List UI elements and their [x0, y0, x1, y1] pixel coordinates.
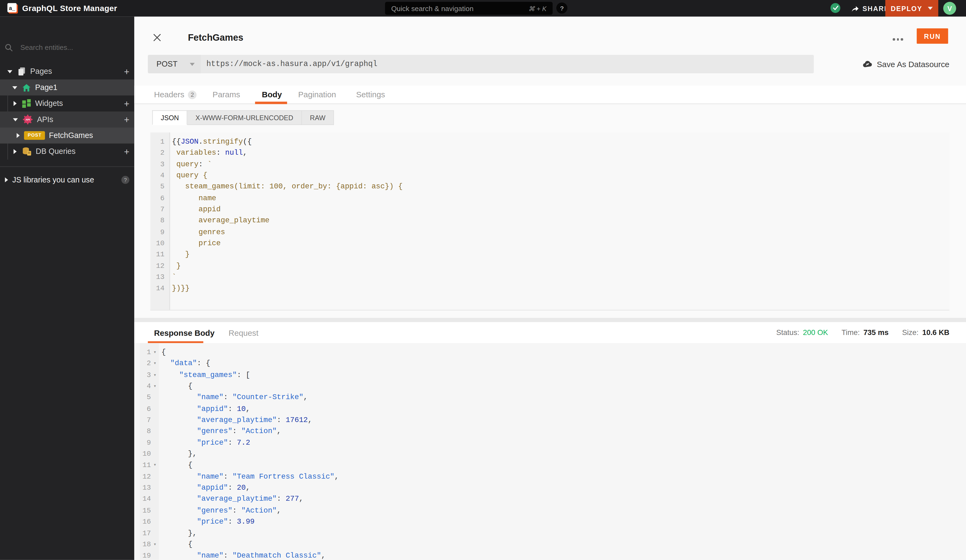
avatar[interactable]: V: [943, 2, 956, 15]
app-root: a_ GraphQL Store Manager Quick search & …: [0, 0, 966, 560]
line-number: 19: [140, 550, 151, 560]
sidebar-item-apis[interactable]: API APIs +: [0, 112, 134, 128]
line-number: 1: [140, 347, 151, 358]
code-line: 7 "average_playtime": 17612,: [134, 414, 966, 426]
collapse-arrow-icon[interactable]: ▾: [151, 347, 159, 358]
code-line: 3▾ "steam_games": [: [134, 370, 966, 381]
tab-headers[interactable]: Headers 2: [154, 86, 197, 103]
code-text: }: [172, 249, 190, 260]
code-line: 1{{JSON.stringify({: [150, 136, 950, 148]
more-menu-button[interactable]: [893, 38, 903, 40]
subtab-x-www-form-urlencoded[interactable]: X-WWW-FORM-URLENCODED: [187, 110, 302, 125]
quick-search-input[interactable]: Quick search & navigation ⌘ + K: [385, 2, 553, 15]
line-number: 7: [150, 204, 165, 215]
tab-params[interactable]: Params: [213, 86, 240, 103]
code-text: },: [161, 528, 197, 539]
chevron-right-icon[interactable]: [5, 177, 8, 182]
js-libraries-help-button[interactable]: ?: [121, 176, 130, 184]
tab-response-body[interactable]: Response Body: [154, 322, 215, 343]
code-line: 9 genres: [150, 227, 950, 238]
chevron-down-icon[interactable]: [7, 70, 12, 73]
line-number: 17: [140, 528, 151, 539]
url-input[interactable]: https://mock-as.hasura.app/v1/graphql: [201, 55, 814, 73]
sidebar-item-js-libraries[interactable]: JS libraries you can use ?: [0, 172, 134, 188]
sidebar-item-page1[interactable]: Page1: [0, 79, 134, 95]
close-button[interactable]: [153, 33, 161, 42]
sidebar-item-label: Pages: [30, 67, 52, 76]
sidebar-item-widgets[interactable]: Widgets +: [0, 95, 134, 111]
quick-search-shortcut: ⌘ + K: [528, 5, 546, 12]
sidebar-item-label: JS libraries you can use: [12, 176, 94, 184]
help-button[interactable]: ?: [556, 2, 567, 13]
add-page-button[interactable]: +: [124, 67, 130, 76]
code-text: "average_playtime": 17612,: [161, 414, 312, 426]
line-number: 8: [140, 426, 151, 437]
code-line: 4 query {: [150, 170, 950, 181]
line-number: 9: [140, 437, 151, 448]
tab-pagination[interactable]: Pagination: [298, 86, 336, 103]
run-button[interactable]: RUN: [917, 28, 948, 44]
collapse-arrow-icon[interactable]: ▾: [151, 381, 159, 392]
collapse-arrow-icon[interactable]: ▾: [151, 358, 159, 370]
tab-label: Body: [262, 90, 282, 99]
sidebar-item-label: DB Queries: [36, 147, 76, 156]
close-icon: [153, 33, 161, 42]
sidebar-item-db-queries[interactable]: DB Queries +: [0, 144, 134, 159]
tab-request[interactable]: Request: [228, 322, 258, 343]
collapse-arrow-icon[interactable]: ▾: [151, 370, 159, 381]
http-method-value: POST: [157, 60, 177, 69]
save-as-datasource-button[interactable]: Save As Datasource: [863, 55, 949, 73]
share-button[interactable]: SHARE: [851, 0, 889, 17]
code-text: name: [172, 193, 217, 204]
sidebar-item-fetchgames[interactable]: POST FetchGames: [0, 128, 134, 143]
status-label: Status:: [776, 328, 799, 337]
code-text: "appid": 10,: [161, 403, 250, 414]
chevron-down-icon[interactable]: [13, 118, 18, 121]
request-url-row: POST https://mock-as.hasura.app/v1/graph…: [148, 55, 814, 73]
line-number: 12: [140, 471, 151, 483]
collapse-arrow-icon[interactable]: ▾: [151, 460, 159, 471]
line-number: 1: [150, 136, 165, 148]
code-text: "genres": "Action",: [161, 505, 281, 516]
line-number: 6: [140, 403, 151, 414]
code-text: },: [161, 448, 197, 460]
chevron-right-icon[interactable]: [13, 149, 16, 154]
http-method-select[interactable]: POST: [148, 55, 201, 73]
tab-settings[interactable]: Settings: [356, 86, 385, 103]
code-line: 10 price: [150, 238, 950, 249]
deploy-button[interactable]: DEPLOY: [886, 0, 938, 17]
app-logo[interactable]: a_: [7, 3, 16, 12]
sidebar-item-pages[interactable]: Pages +: [0, 63, 134, 79]
chevron-right-icon[interactable]: [17, 133, 20, 138]
subtab-json[interactable]: JSON: [152, 110, 187, 125]
code-text: steam_games(limit: 100, order_by: {appid…: [172, 181, 402, 193]
code-line: 17 },: [134, 528, 966, 539]
deploy-caret-icon[interactable]: [928, 7, 933, 10]
add-widget-button[interactable]: +: [124, 99, 130, 108]
chevron-down-icon[interactable]: [12, 86, 17, 89]
line-number: 11: [140, 460, 151, 471]
collapse-arrow-spacer: [151, 505, 159, 516]
request-body-editor[interactable]: 1{{JSON.stringify({2 variables: null,3 q…: [150, 132, 950, 310]
add-api-button[interactable]: +: [124, 115, 130, 124]
add-db-query-button[interactable]: +: [124, 147, 130, 156]
status-value: 200 OK: [803, 328, 828, 337]
entity-search-input[interactable]: [19, 43, 114, 52]
code-text: }: [172, 260, 181, 272]
api-title: FetchGames: [188, 32, 243, 43]
tab-label: Params: [213, 90, 240, 99]
api-gear-icon: API: [23, 115, 33, 125]
subtab-raw[interactable]: RAW: [302, 110, 334, 125]
code-line: 12 }: [150, 260, 950, 272]
tab-body[interactable]: Body: [262, 86, 282, 103]
chevron-down-icon: [190, 62, 195, 66]
response-body-viewer[interactable]: 1▾{2▾ "data": {3▾ "steam_games": [4▾ {5 …: [134, 343, 966, 560]
sidebar-item-label: Page1: [35, 83, 58, 92]
collapse-arrow-spacer: [151, 414, 159, 426]
entity-search[interactable]: [0, 39, 134, 55]
chevron-right-icon[interactable]: [13, 101, 16, 106]
sidebar-item-label: Widgets: [35, 99, 63, 108]
collapse-arrow-spacer: [151, 437, 159, 448]
code-line: 19 "name": "Deathmatch Classic",: [134, 550, 966, 560]
collapse-arrow-icon[interactable]: ▾: [151, 539, 159, 550]
